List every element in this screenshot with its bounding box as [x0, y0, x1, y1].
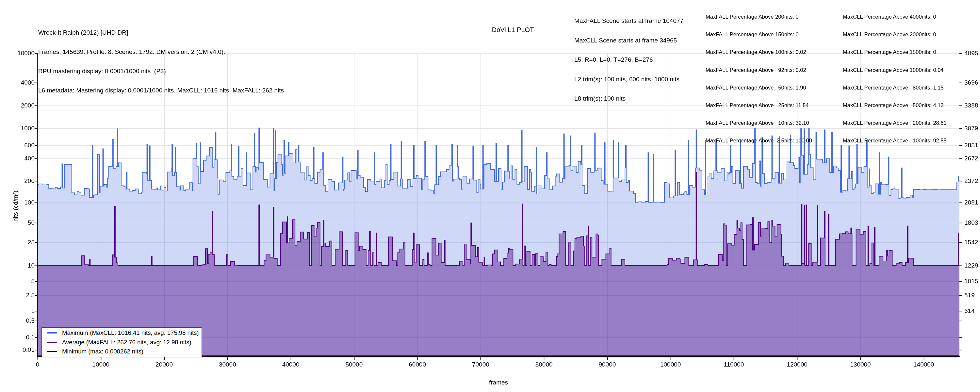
y2-axis-tick-label: 1803: [964, 219, 978, 226]
y2-axis-tick-label: 2081: [964, 199, 978, 206]
y2-axis-tick-label: 614: [964, 308, 975, 315]
x-axis-tick-label: 140000: [907, 361, 940, 368]
legend-row-minimum: Minimum (max: 0.000262 nits): [48, 347, 202, 356]
y-axis-tick-label: 2.5: [0, 292, 35, 299]
y2-axis-tick-label: 3079: [964, 125, 978, 132]
maxcll-stat-line: MaxCLL Percentage Above 800nits: 1.15: [843, 84, 947, 91]
y-axis-tick-label: 0.1: [0, 334, 35, 341]
y2-axis-tick-label: 3696: [964, 79, 978, 86]
y-axis-tick-label: 10: [0, 262, 35, 269]
x-axis-tick-label: 50000: [338, 361, 371, 368]
y2-axis-tick-label: 2372: [964, 177, 978, 185]
maxfall-stat-line: MaxFALL Percentage Above 10nits: 32.10: [706, 120, 812, 126]
x-axis-tick-label: 40000: [274, 361, 307, 368]
y2-axis-tick-label: 1542: [964, 239, 978, 246]
l8-trims-line: L8 trim(s): 100 nits: [574, 95, 683, 103]
l6-metadata-line: L6 metadata: Mastering display: 0.0001/1…: [38, 86, 284, 94]
y2-axis-tick-label: 1015: [964, 278, 978, 285]
dovi-l1-plot-page: { "header": { "lines": [ "Wreck-It Ralph…: [0, 0, 980, 392]
y2-axis-tick-label: 819: [964, 292, 975, 299]
x-axis-tick-label: 20000: [148, 361, 181, 368]
scene-info-block: MaxFALL Scene starts at frame 104077 Max…: [574, 5, 683, 108]
maxcll-stat-line: MaxCLL Percentage Above 4000nits: 0: [843, 14, 947, 20]
maxfall-scene-line: MaxFALL Scene starts at frame 104077: [574, 17, 683, 25]
y-axis-tick-label: 1000: [0, 125, 35, 132]
y-axis-tick-label: 4000: [0, 79, 35, 86]
y2-axis-tick-label: 1229: [964, 262, 978, 269]
y-axis-tick-label: 50: [0, 219, 35, 226]
file-info-block: Wreck-It Ralph (2012) [UHD DR] Frames: 1…: [38, 17, 284, 100]
y-axis-tick-label: 25: [0, 239, 35, 246]
y-axis-tick-label: 10000: [0, 49, 35, 57]
x-axis-tick-label: 0: [21, 361, 54, 368]
average-line-swatch: [48, 342, 57, 343]
y-axis-tick-label: 400: [0, 155, 35, 162]
x-axis-tick-label: 30000: [211, 361, 244, 368]
x-axis-title: frames: [479, 379, 518, 386]
x-axis-tick-label: 100000: [654, 361, 687, 368]
maxfall-stats-block: MaxFALL Percentage Above 200nits: 0 MaxF…: [706, 2, 812, 150]
x-axis-tick-label: 130000: [844, 361, 877, 368]
y2-axis-tick-label: 4095: [964, 49, 978, 57]
y-axis-tick-label: 200: [0, 177, 35, 185]
maxfall-stat-line: MaxFALL Percentage Above 50nits: 1.90: [706, 84, 812, 91]
maxfall-stat-line: MaxFALL Percentage Above 100nits: 0.02: [706, 49, 812, 55]
maxfall-stat-line: MaxFALL Percentage Above 92nits: 0.02: [706, 67, 812, 73]
legend-label-average: Average (MaxFALL: 262.76 nits, avg: 12.9…: [62, 339, 191, 346]
l5-offsets-line: L5: R=0, L=0, T=276, B=276: [574, 56, 683, 64]
legend-row-average: Average (MaxFALL: 262.76 nits, avg: 12.9…: [48, 338, 202, 347]
y-axis-tick-label: 600: [0, 142, 35, 149]
y2-axis-tick-label: 2851: [964, 142, 978, 149]
y-axis-tick-label: 0.5: [0, 317, 35, 324]
x-axis-tick-label: 120000: [781, 361, 813, 368]
legend-label-maximum: Maximum (MaxCLL: 1016.41 nits, avg: 175.…: [62, 329, 199, 336]
y-axis-tick-label: 5: [0, 278, 35, 285]
x-axis-tick-label: 80000: [528, 361, 560, 368]
y-axis-tick-label: 0.01: [0, 346, 35, 354]
x-axis-tick-label: 110000: [718, 361, 750, 368]
x-axis-tick-label: 90000: [591, 361, 624, 368]
maxfall-stat-line: MaxFALL Percentage Above 2.5nits: 100.00: [706, 137, 812, 143]
movie-title: Wreck-It Ralph (2012) [UHD DR]: [38, 29, 284, 36]
plot-title: DoVi L1 PLOT: [470, 26, 555, 33]
maxcll-stat-line: MaxCLL Percentage Above 200nits: 28.61: [843, 120, 947, 126]
y2-axis-tick-label: 2672: [964, 155, 978, 162]
maxcll-stat-line: MaxCLL Percentage Above 100nits: 92.55: [843, 137, 947, 143]
rpu-mastering-line: RPU mastering display: 0.0001/1000 nits …: [38, 67, 284, 75]
y-axis-tick-label: 100: [0, 199, 35, 206]
maxcll-stat-line: MaxCLL Percentage Above 1500nits: 0: [843, 49, 947, 55]
maxfall-stat-line: MaxFALL Percentage Above 25nits: 11.54: [706, 102, 812, 108]
legend-box: Maximum (MaxCLL: 1016.41 nits, avg: 175.…: [41, 327, 202, 357]
frames-profile-line: Frames: 145639. Profile: 8. Scenes: 1792…: [38, 48, 284, 56]
y-axis-tick-label: 2000: [0, 102, 35, 109]
y-axis-tick-label: 1: [0, 308, 35, 315]
minimum-line-swatch: [48, 351, 57, 352]
maximum-line-swatch: [48, 332, 57, 333]
legend-label-minimum: Minimum (max: 0.000262 nits): [62, 348, 143, 355]
legend-row-maximum: Maximum (MaxCLL: 1016.41 nits, avg: 175.…: [48, 328, 202, 337]
x-axis-tick-label: 10000: [84, 361, 117, 368]
maxcll-stat-line: MaxCLL Percentage Above 2000nits: 0: [843, 31, 947, 37]
maxcll-stat-line: MaxCLL Percentage Above 500nits: 4.13: [843, 102, 947, 108]
maxcll-scene-line: MaxCLL Scene starts at frame 34965: [574, 37, 683, 45]
maxcll-stat-line: MaxCLL Percentage Above 1000nits: 0.04: [843, 67, 947, 73]
y2-axis-tick-label: 3388: [964, 102, 978, 109]
maxfall-stat-line: MaxFALL Percentage Above 150nits: 0: [706, 31, 812, 37]
maxfall-stat-line: MaxFALL Percentage Above 200nits: 0: [706, 14, 812, 20]
x-axis-tick-label: 60000: [401, 361, 434, 368]
x-axis-tick-label: 70000: [464, 361, 497, 368]
l2-trims-line: L2 trim(s): 100 nits, 600 nits, 1000 nit…: [574, 75, 683, 83]
maxcll-stats-block: MaxCLL Percentage Above 4000nits: 0 MaxC…: [843, 2, 947, 150]
